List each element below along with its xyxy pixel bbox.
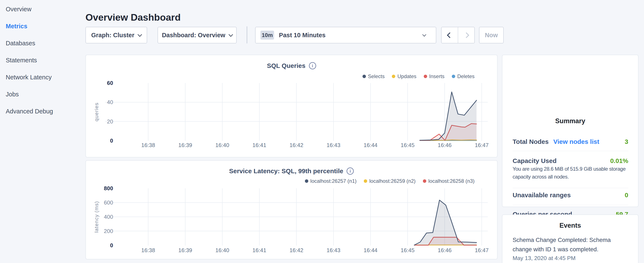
view-nodes-list-link[interactable]: View nodes list	[553, 138, 599, 145]
summary-row-value: 3	[625, 138, 628, 145]
x-tick-label: 16:45	[393, 247, 422, 254]
summary-row-capacity-used: Capacity Used 0.01%	[512, 156, 628, 166]
x-tick-label: 16:43	[319, 247, 348, 254]
series-selects-area	[420, 92, 477, 141]
chevron-down-icon	[422, 33, 426, 36]
y-axis-title: queries	[94, 102, 100, 121]
sql-queries-chart-card: SQL QueriesiSelectsUpdatesInsertsDeletes…	[86, 55, 498, 157]
y-tick-label: 200	[86, 228, 113, 234]
summary-row-unavailable-ranges: Unavailable ranges 0	[512, 190, 628, 200]
graph-scope-dropdown[interactable]: Graph: Cluster	[86, 27, 147, 43]
x-tick-label: 16:47	[467, 247, 497, 254]
service-latency-chart-card: Service Latency: SQL, 99th percentileilo…	[86, 160, 498, 259]
y-tick-label: 800	[86, 185, 113, 192]
x-tick-label: 16:41	[244, 247, 274, 254]
y-tick-label: 60	[86, 80, 113, 86]
x-tick-label: 16:43	[319, 142, 348, 149]
dashboard-dropdown-label: Dashboard: Overview	[162, 32, 225, 39]
x-tick-label: 16:45	[393, 142, 422, 149]
x-tick-label: 16:44	[356, 142, 386, 149]
chevron-right-icon	[464, 32, 469, 38]
chevron-down-icon	[228, 32, 233, 37]
sidebar-item-advanced-debug[interactable]: Advanced Debug	[6, 107, 53, 116]
y-tick-label: 20	[86, 118, 113, 125]
sidebar-item-databases[interactable]: Databases	[6, 39, 35, 48]
x-tick-label: 16:44	[356, 247, 386, 254]
graph-scope-dropdown-label: Graph: Cluster	[91, 32, 134, 39]
x-tick-label: 16:38	[133, 247, 163, 254]
x-tick-label: 16:42	[282, 247, 311, 254]
sidebar-item-statements[interactable]: Statements	[6, 56, 37, 65]
time-range-dropdown[interactable]: 10m Past 10 Minutes	[255, 27, 436, 43]
divider	[512, 205, 628, 205]
time-step-controls	[441, 27, 475, 43]
events-panel: Events Schema Change Completed: Schema c…	[502, 214, 638, 263]
x-tick-label: 16:41	[244, 142, 274, 149]
time-step-back-button[interactable]	[442, 27, 458, 43]
summary-row-value: 0	[625, 191, 628, 199]
chevron-left-icon	[447, 32, 453, 38]
x-tick-label: 16:38	[133, 142, 163, 149]
y-tick-label: 0	[86, 137, 113, 144]
capacity-used-description: You are using 28.6 MiB of 515.9 GiB usab…	[512, 165, 630, 181]
time-range-badge: 10m	[260, 31, 274, 40]
y-tick-label: 400	[86, 213, 113, 220]
page-title: Overview Dashboard	[86, 12, 181, 23]
now-button-label: Now	[485, 32, 498, 39]
y-axis-title: latency (ms)	[94, 201, 100, 233]
x-tick-label: 16:47	[467, 142, 497, 149]
sidebar-item-overview[interactable]: Overview	[6, 5, 32, 14]
x-tick-label: 16:46	[430, 247, 460, 254]
x-tick-label: 16:39	[170, 142, 200, 149]
time-range-label: Past 10 Minutes	[279, 32, 326, 39]
sidebar-item-metrics[interactable]: Metrics	[6, 22, 28, 31]
event-timestamp: May 13, 2020 at 4:45 PM	[512, 255, 576, 261]
summary-title: Summary	[502, 117, 638, 125]
sidebar-item-jobs[interactable]: Jobs	[6, 90, 19, 99]
service-latency-chart: Service Latency: SQL, 99th percentileilo…	[86, 161, 497, 259]
events-title: Events	[502, 222, 638, 229]
now-button[interactable]: Now	[479, 27, 504, 43]
y-tick-label: 40	[86, 99, 113, 106]
app-root: OverviewMetricsDatabasesStatementsNetwor…	[0, 0, 644, 263]
plot-area	[86, 161, 498, 260]
x-tick-label: 16:42	[282, 142, 311, 149]
chevron-down-icon	[138, 32, 142, 37]
summary-row-label: Unavailable ranges	[512, 191, 571, 199]
summary-row-total-nodes: Total Nodes View nodes list 3	[512, 137, 628, 146]
summary-row-value: 0.01%	[610, 157, 628, 164]
event-message: Schema Change Completed: Schema change w…	[512, 235, 630, 254]
x-tick-label: 16:46	[430, 142, 460, 149]
sidebar-item-network-latency[interactable]: Network Latency	[6, 73, 52, 82]
summary-panel: Summary Total Nodes View nodes list 3 Ca…	[502, 55, 638, 207]
toolbar-divider	[247, 26, 247, 43]
summary-row-label: Total Nodes	[512, 138, 548, 145]
series-localhost-26257-n1-area	[414, 200, 477, 245]
x-tick-label: 16:40	[208, 142, 237, 149]
sql-queries-chart: SQL QueriesiSelectsUpdatesInsertsDeletes…	[86, 55, 497, 157]
dashboard-dropdown[interactable]: Dashboard: Overview	[158, 27, 237, 43]
y-tick-label: 600	[86, 199, 113, 206]
summary-row-label: Capacity Used	[512, 157, 556, 164]
x-tick-label: 16:39	[170, 247, 200, 254]
x-tick-label: 16:40	[208, 247, 237, 254]
divider	[512, 151, 628, 151]
divider	[512, 188, 628, 188]
y-tick-label: 0	[86, 242, 113, 249]
time-step-forward-button[interactable]	[458, 27, 474, 43]
